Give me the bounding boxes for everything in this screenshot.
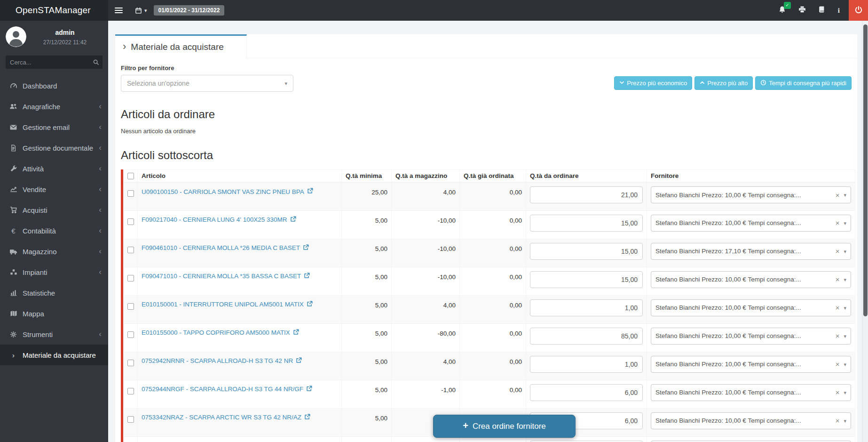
tab-materiale-da-acquistare[interactable]: › Materiale da acquistare xyxy=(115,34,247,58)
clear-icon[interactable]: × xyxy=(836,417,840,425)
row-checkbox[interactable] xyxy=(127,331,134,338)
clear-icon[interactable]: × xyxy=(836,360,840,368)
info-icon: i xyxy=(838,6,840,15)
qty-to-order-input[interactable] xyxy=(530,243,643,260)
clear-icon[interactable]: × xyxy=(836,332,840,340)
supplier-select[interactable]: Stefano Bianchi Prezzo: 10,00 € Tempi co… xyxy=(651,299,851,316)
users-icon xyxy=(8,103,18,111)
row-checkbox[interactable] xyxy=(127,190,134,197)
sidebar-item-contabilita[interactable]: € Contabilità ‹ xyxy=(0,220,108,241)
sidebar-item-impianti[interactable]: Impianti ‹ xyxy=(0,262,108,282)
external-link-icon xyxy=(303,244,309,252)
sidebar-item-vendite[interactable]: Vendite ‹ xyxy=(0,179,108,200)
clear-icon[interactable]: × xyxy=(836,191,840,199)
logout-button[interactable] xyxy=(849,0,868,21)
supplier-select[interactable]: Stefano Bianchi Prezzo: 10,00 € Tempi co… xyxy=(651,186,851,203)
docs-button[interactable] xyxy=(818,6,826,15)
qty-to-order-input[interactable] xyxy=(530,328,643,345)
qty-stock-cell: 4,00 xyxy=(392,295,460,323)
chevron-left-icon: ‹ xyxy=(99,329,102,339)
search-icon[interactable] xyxy=(93,59,99,65)
date-range-picker[interactable]: ▾ xyxy=(135,7,147,14)
section-title-understock: Articoli sottoscorta xyxy=(121,149,852,162)
row-checkbox[interactable] xyxy=(127,388,134,394)
row-checkbox[interactable] xyxy=(127,360,134,366)
supplier-select[interactable]: Stefano Bianchi Prezzo: 10,00 € Tempi co… xyxy=(651,384,851,401)
sidebar-item-gestione-email[interactable]: Gestione email ‹ xyxy=(0,117,108,137)
sidebar-item-statistiche[interactable]: Statistiche ‹ xyxy=(0,282,108,303)
notifications-button[interactable]: ✓ xyxy=(778,6,786,16)
clear-icon[interactable]: × xyxy=(836,247,840,255)
article-link[interactable]: U090100150 - CARRIOLA SMONT VAS ZINC PNE… xyxy=(142,186,313,195)
row-checkbox[interactable] xyxy=(127,275,134,281)
supplier-select[interactable]: Stefano Bianchi Prezzo: 10,00 € Tempi co… xyxy=(651,328,851,345)
sidebar-item-acquisti[interactable]: Acquisti ‹ xyxy=(0,200,108,220)
sidebar-item-materiale-da-acquistare[interactable]: › Materiale da acquistare ‹ xyxy=(0,345,108,365)
supplier-select[interactable]: Stefano Bianchi Prezzo: 10,00 € Tempi co… xyxy=(651,412,851,429)
qty-stock-cell: 4,00 xyxy=(392,182,460,210)
sidebar-item-anagrafiche[interactable]: Anagrafiche ‹ xyxy=(0,96,108,117)
sidebar-item-dashboard[interactable]: Dashboard ‹ xyxy=(0,75,108,96)
row-checkbox[interactable] xyxy=(127,247,134,253)
external-link-icon xyxy=(306,386,312,393)
sort-highest-price-button[interactable]: Prezzo più alto xyxy=(694,76,753,90)
qty-min-cell: 5,00 xyxy=(342,408,392,436)
main-content: › Materiale da acquistare Filtro per for… xyxy=(108,21,862,442)
supplier-select[interactable]: Stefano Bianchi Prezzo: 10,00 € Tempi co… xyxy=(651,356,851,373)
clear-icon[interactable]: × xyxy=(836,388,840,396)
supplier-select[interactable]: Stefano Bianchi Prezzo: 10,00 € Tempi co… xyxy=(651,215,851,232)
date-range-badge[interactable]: 01/01/2022 - 31/12/2022 xyxy=(154,5,225,16)
supplier-filter-select[interactable]: Seleziona un'opzione ▾ xyxy=(121,75,293,92)
caret-down-icon: ▾ xyxy=(844,220,846,226)
qty-to-order-input[interactable] xyxy=(530,186,643,203)
article-link[interactable]: E010150001 - INTERRUTTORE UNIPOL AM5001 … xyxy=(142,299,313,308)
search-input[interactable] xyxy=(10,59,93,66)
supplier-filter-label: Filtro per fornitore xyxy=(121,64,293,72)
clear-icon[interactable]: × xyxy=(836,219,840,227)
select-all-checkbox[interactable] xyxy=(127,173,134,179)
table-row: 0752944NRGF - SCARPA ALLROAD-H S3 TG 44 … xyxy=(124,380,855,408)
article-link[interactable]: F090217040 - CERNIERA LUNG 4' 100X25 330… xyxy=(142,215,296,224)
article-link[interactable]: F090461010 - CERNIERA MOLLA *26 MEDIA C … xyxy=(142,243,309,252)
chevron-left-icon: ‹ xyxy=(99,143,102,153)
sidebar-item-strumenti[interactable]: Strumenti ‹ xyxy=(0,324,108,345)
clear-icon[interactable]: × xyxy=(836,275,840,283)
qty-to-order-input[interactable] xyxy=(530,299,643,316)
supplier-select[interactable]: Stefano Bianchi Prezzo: 10,00 € Tempi co… xyxy=(651,271,851,288)
app-logo[interactable]: OpenSTAManager xyxy=(0,0,108,21)
article-link[interactable]: E010155000 - TAPPO COPRIFORO AM5000 MATI… xyxy=(142,328,299,337)
supplier-select[interactable]: Stefano Bianchi Prezzo: 17,10 € Tempi co… xyxy=(651,243,851,260)
scrollbar-thumb[interactable] xyxy=(863,24,868,316)
article-link[interactable]: 0752944NRGF - SCARPA ALLROAD-H S3 TG 44 … xyxy=(142,384,312,393)
clear-icon[interactable]: × xyxy=(836,304,840,312)
row-checkbox[interactable] xyxy=(127,416,134,423)
qty-to-order-input[interactable] xyxy=(530,271,643,288)
wrench-icon xyxy=(8,165,18,172)
sidebar-item-attivita[interactable]: Attività ‹ xyxy=(0,158,108,179)
article-link[interactable]: F090471010 - CERNIERA MOLLA *35 BASSA C … xyxy=(142,271,310,280)
info-button[interactable]: i xyxy=(838,6,840,15)
envelope-icon xyxy=(8,123,18,131)
sidebar-item-gestione-documentale[interactable]: Gestione documentale ‹ xyxy=(0,137,108,158)
header-qta-minima: Q.tà minima xyxy=(342,170,392,183)
sidebar-menu: Dashboard ‹ Anagrafiche ‹ Gestione email… xyxy=(0,75,108,365)
article-link[interactable]: 0753342NRAZ - SCARPA ARCTIC WR S3 TG 42 … xyxy=(142,412,310,421)
sidebar: admin 27/12/2022 11:42 Dashboard ‹ Anagr… xyxy=(0,21,108,442)
qty-to-order-input[interactable] xyxy=(530,215,643,232)
create-supplier-order-button[interactable]: + Crea ordine fornitore xyxy=(433,415,576,438)
tab-label: Materiale da acquistare xyxy=(131,42,224,52)
bar-chart-icon xyxy=(8,289,18,297)
sort-fastest-delivery-button[interactable]: Tempi di consegna più rapidi xyxy=(755,76,852,90)
qty-to-order-input[interactable] xyxy=(530,384,643,401)
sort-cheapest-price-button[interactable]: Prezzo più economico xyxy=(614,76,692,90)
row-checkbox[interactable] xyxy=(127,218,134,225)
qty-to-order-input[interactable] xyxy=(530,356,643,373)
row-checkbox[interactable] xyxy=(127,303,134,310)
article-link[interactable]: 0752942NRNR - SCARPA ALLROAD-H S3 TG 42 … xyxy=(142,356,302,365)
print-button[interactable] xyxy=(798,6,806,15)
hamburger-icon[interactable] xyxy=(115,8,123,13)
sidebar-item-magazzino[interactable]: Magazzino ‹ xyxy=(0,241,108,262)
vertical-scrollbar[interactable] xyxy=(862,21,868,442)
header-fornitore: Fornitore xyxy=(647,170,855,183)
sidebar-item-mappa[interactable]: Mappa ‹ xyxy=(0,303,108,324)
